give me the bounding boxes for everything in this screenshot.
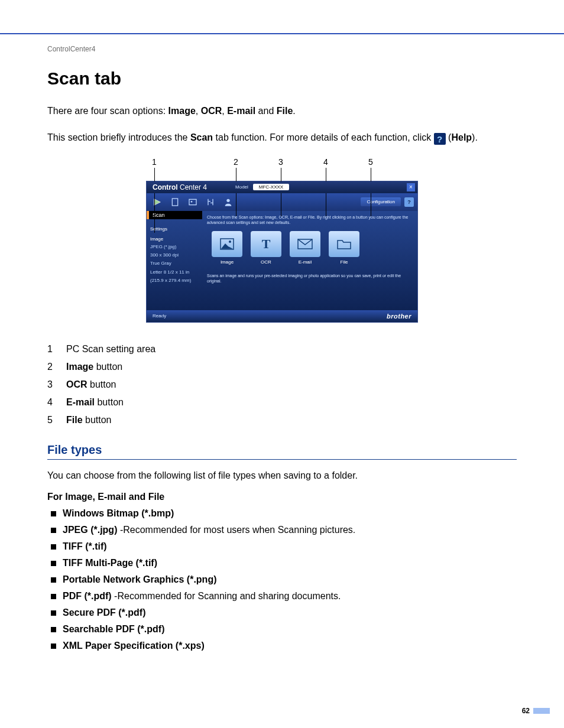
list-item: TIFF (*.tif) [51,541,517,552]
scan-tab[interactable]: Scan [147,211,202,219]
ocr-icon: T [251,231,281,257]
legend-5: 5File button [47,415,517,425]
pc-scan-setting-area: Scan Settings Image JPEG (*.jpg) 300 x 3… [147,211,202,310]
photo-icon[interactable] [186,196,200,209]
app-main: Scan Settings Image JPEG (*.jpg) 300 x 3… [147,211,417,310]
list-item: TIFF Multi-Page (*.tif) [51,558,517,568]
titlebar: Control Center 4 Model MFC-XXXX × [147,181,417,193]
ocr-button[interactable]: T OCR [251,231,281,265]
status-text: Ready [153,313,166,318]
model-select[interactable]: MFC-XXXX [253,184,289,190]
doc-icon[interactable] [168,196,182,209]
callout-3: 3 [278,157,283,167]
help-button[interactable]: ? [404,197,414,207]
svg-point-2 [191,201,193,203]
list-item: Secure PDF (*.pdf) [51,607,517,618]
figure-wrap: 1 2 3 4 5 Control Center 4 Model MFC-XXX… [47,157,517,323]
legend-4: 4E-mail button [47,397,517,408]
scan-description: Scans an image and runs your pre-selecte… [207,273,413,284]
file-types-heading: File types [47,443,517,460]
help-icon: ? [434,133,446,145]
callout-1: 1 [152,157,157,167]
callout-legend: 1PC Scan setting area 2Image button 3OCR… [47,344,517,425]
app-window: Control Center 4 Model MFC-XXXX × Config… [146,181,418,323]
list-item: XML Paper Specification (*.xps) [51,641,517,651]
list-item: Searchable PDF (*.pdf) [51,624,517,635]
file-types-para: You can choose from the following list o… [47,470,517,481]
model-label: Model [235,184,248,190]
page-body: ControlCenter4 Scan tab There are four s… [0,34,564,651]
email-icon [290,231,320,257]
file-types-list: Windows Bitmap (*.bmp) JPEG (*.jpg) -Rec… [47,508,517,651]
legend-1: 1PC Scan setting area [47,344,517,355]
page-number: 62 [522,707,530,715]
email-button[interactable]: E-mail [290,231,320,265]
brother-logo: brother [387,313,411,320]
legend-2: 2Image button [47,362,517,372]
list-header: For Image, E-mail and File [47,492,517,502]
legend-3: 3OCR button [47,379,517,390]
statusbar: Ready brother [147,310,417,322]
folder-icon [329,231,359,257]
callout-5: 5 [368,157,373,167]
callout-2: 2 [234,157,238,167]
scan-options-area: Choose from the Scan options: Image, OCR… [202,211,417,310]
svg-point-5 [229,240,231,243]
image-header: Image [150,236,199,242]
configuration-button[interactable]: Configuration [361,197,401,206]
list-item: PDF (*.pdf) -Recommended for Scanning an… [51,591,517,602]
toolbar: Configuration ? [147,193,417,211]
breadcrumb: ControlCenter4 [47,45,517,53]
image-button[interactable]: Image [212,231,242,265]
hint-text: Choose from the Scan options: Image, OCR… [207,214,413,225]
app-screenshot: 1 2 3 4 5 Control Center 4 Model MFC-XXX… [146,157,418,323]
svg-rect-1 [189,199,196,204]
svg-rect-0 [172,199,177,206]
file-button[interactable]: File [329,231,359,265]
person-icon[interactable] [221,196,235,209]
tools-icon[interactable] [203,196,218,209]
intro-paragraph-1: There are four scan options: Image, OCR,… [47,104,517,119]
intro-paragraph-2: This section briefly introduces the Scan… [47,131,517,145]
app-brand: Control Center 4 [153,183,207,191]
svg-point-3 [226,199,229,202]
page-number-area: 62 [522,707,550,715]
callout-numbers: 1 2 3 4 5 [146,157,418,181]
page-number-bar [533,708,550,714]
list-item: Windows Bitmap (*.bmp) [51,508,517,519]
close-icon[interactable]: × [407,183,415,191]
settings-header: Settings [150,226,199,232]
callout-4: 4 [323,157,328,167]
nav-icon[interactable] [150,196,164,209]
top-rule [0,0,564,34]
list-item: JPEG (*.jpg) -Recommended for most users… [51,525,517,535]
page-title: Scan tab [47,69,517,89]
image-icon [212,231,242,257]
list-item: Portable Network Graphics (*.png) [51,574,517,585]
